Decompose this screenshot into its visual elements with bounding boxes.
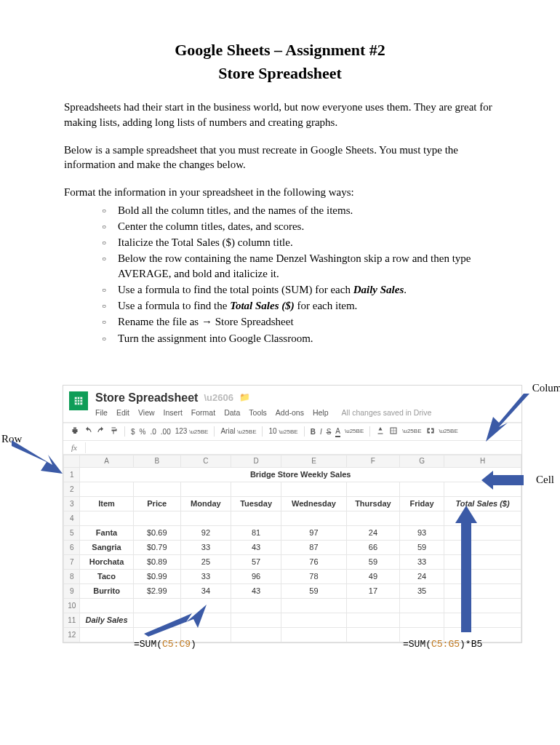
col-header[interactable]: C — [180, 455, 231, 468]
cell[interactable] — [400, 613, 444, 628]
col-header[interactable]: A — [80, 455, 133, 468]
spreadsheet-grid[interactable]: A B C D E F G H 1 Bridge Store Weekly Sa… — [63, 455, 521, 642]
paint-format-icon[interactable] — [110, 426, 119, 438]
row-header[interactable]: 11 — [64, 613, 80, 628]
cell-header-total[interactable]: Total Sales ($) — [444, 497, 521, 511]
undo-icon[interactable] — [84, 426, 92, 438]
row-header[interactable]: 7 — [64, 555, 80, 570]
cell[interactable] — [444, 599, 521, 613]
menu-format[interactable]: Format — [191, 407, 215, 418]
cell[interactable] — [444, 526, 521, 541]
cell[interactable] — [346, 613, 399, 628]
cell[interactable] — [180, 511, 231, 526]
cell[interactable] — [180, 613, 231, 628]
row-header[interactable]: 5 — [64, 526, 80, 541]
more-formats-button[interactable]: 123 \u25BE — [175, 426, 209, 437]
redo-icon[interactable] — [97, 426, 105, 438]
cell[interactable]: Taco — [80, 570, 133, 584]
cell[interactable]: $0.79 — [133, 541, 180, 555]
cell[interactable]: Sangria — [80, 541, 133, 555]
cell-header-tue[interactable]: Tuesday — [231, 497, 281, 511]
cell-header-item[interactable]: Item — [80, 497, 133, 511]
row-header[interactable]: 1 — [64, 468, 80, 482]
cell[interactable] — [281, 599, 347, 613]
cell[interactable]: $0.89 — [133, 555, 180, 570]
corner-cell[interactable] — [64, 455, 80, 468]
cell[interactable]: 76 — [281, 555, 347, 570]
sheet-title-cell[interactable]: Bridge Store Weekly Sales — [80, 468, 521, 482]
cell[interactable] — [133, 511, 180, 526]
cell[interactable]: 35 — [400, 584, 444, 599]
cell[interactable]: 81 — [231, 526, 281, 541]
row-header[interactable]: 4 — [64, 511, 80, 526]
cell[interactable]: 59 — [281, 584, 347, 599]
cell[interactable]: Horchata — [80, 555, 133, 570]
row-header[interactable]: 8 — [64, 570, 80, 584]
cell[interactable] — [281, 482, 347, 497]
menu-view[interactable]: View — [138, 407, 155, 418]
cell[interactable]: 43 — [231, 541, 281, 555]
cell[interactable]: Burrito — [80, 584, 133, 599]
bold-button[interactable]: B — [311, 427, 316, 437]
cell[interactable] — [231, 599, 281, 613]
cell[interactable] — [346, 599, 399, 613]
cell-daily-sales[interactable]: Daily Sales — [80, 613, 133, 628]
col-header[interactable]: E — [281, 455, 347, 468]
cell[interactable] — [444, 584, 521, 599]
cell[interactable]: 97 — [281, 526, 347, 541]
col-header[interactable]: H — [444, 455, 521, 468]
cell[interactable] — [444, 570, 521, 584]
cell-header-fri[interactable]: Friday — [400, 497, 444, 511]
cell[interactable]: 78 — [281, 570, 347, 584]
col-header[interactable]: F — [346, 455, 399, 468]
percent-button[interactable]: % — [140, 427, 146, 437]
cell[interactable]: 25 — [180, 555, 231, 570]
font-select[interactable]: Arial \u25BE — [220, 426, 256, 437]
cell[interactable] — [400, 482, 444, 497]
cell[interactable] — [80, 599, 133, 613]
print-icon[interactable] — [71, 426, 79, 438]
cell[interactable]: 66 — [346, 541, 399, 555]
row-header[interactable]: 9 — [64, 584, 80, 599]
folder-icon[interactable]: 📁 — [239, 391, 250, 405]
cell[interactable] — [133, 613, 180, 628]
merge-icon[interactable] — [426, 426, 435, 438]
cell[interactable]: 33 — [180, 570, 231, 584]
cell[interactable]: $2.99 — [133, 584, 180, 599]
borders-icon[interactable] — [389, 426, 398, 438]
cell[interactable]: 24 — [346, 526, 399, 541]
cell[interactable] — [231, 613, 281, 628]
text-color-button[interactable]: A — [335, 426, 340, 438]
cell[interactable] — [133, 482, 180, 497]
cell[interactable]: 43 — [231, 584, 281, 599]
col-header[interactable]: D — [231, 455, 281, 468]
cell[interactable] — [80, 482, 133, 497]
cell[interactable]: 93 — [400, 526, 444, 541]
cell[interactable]: 87 — [281, 541, 347, 555]
cell[interactable] — [444, 541, 521, 555]
doc-name[interactable]: Store Spreadsheet — [95, 390, 198, 406]
cell[interactable] — [281, 628, 347, 642]
row-header[interactable]: 3 — [64, 497, 80, 511]
menu-edit[interactable]: Edit — [116, 407, 129, 418]
col-header[interactable]: B — [133, 455, 180, 468]
decrease-decimal-button[interactable]: .0 — [150, 427, 156, 437]
cell[interactable]: 17 — [346, 584, 399, 599]
cell[interactable]: 33 — [400, 555, 444, 570]
cell-header-wed[interactable]: Wednesday — [281, 497, 347, 511]
cell[interactable] — [80, 511, 133, 526]
menu-help[interactable]: Help — [313, 407, 329, 418]
cell-header-thu[interactable]: Thursday — [346, 497, 399, 511]
menu-tools[interactable]: Tools — [249, 407, 267, 418]
row-header[interactable]: 12 — [64, 628, 80, 642]
cell[interactable] — [444, 555, 521, 570]
currency-button[interactable]: $ — [131, 427, 135, 437]
cell[interactable] — [180, 482, 231, 497]
cell[interactable]: $0.69 — [133, 526, 180, 541]
cell[interactable] — [80, 628, 133, 642]
cell[interactable] — [231, 628, 281, 642]
cell[interactable]: 57 — [231, 555, 281, 570]
cell-header-price[interactable]: Price — [133, 497, 180, 511]
col-header[interactable]: G — [400, 455, 444, 468]
cell[interactable] — [346, 628, 399, 642]
